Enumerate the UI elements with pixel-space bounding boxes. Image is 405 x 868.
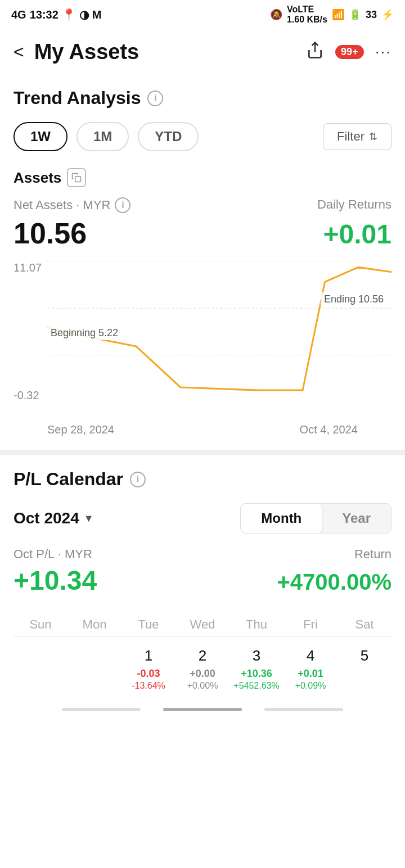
calendar-grid: Sun Mon Tue Wed Thu Fri Sat 1 -0.03 -13.… bbox=[14, 613, 392, 697]
filter-button[interactable]: Filter ⇅ bbox=[323, 123, 392, 150]
dropdown-arrow-icon: ▼ bbox=[84, 513, 94, 525]
trend-chart: 11.07 -0.32 Beginning 5.22 Ending 10.56 bbox=[14, 261, 392, 419]
scroll-indicator-3 bbox=[264, 708, 343, 711]
calendar-weekday-header: Sun Mon Tue Wed Thu Fri Sat bbox=[14, 613, 392, 637]
header-right: 99+ ··· bbox=[306, 41, 392, 63]
bolt-icon: ⚡ bbox=[381, 8, 394, 21]
pl-info-icon[interactable]: i bbox=[130, 472, 146, 487]
net-assets-value: 10.56 bbox=[14, 216, 87, 250]
back-button[interactable]: < bbox=[14, 42, 24, 62]
weekday-tue: Tue bbox=[122, 613, 176, 636]
chart-date-right: Oct 4, 2024 bbox=[300, 423, 358, 436]
weekday-sun: Sun bbox=[14, 613, 68, 636]
pl-values-row: Oct P/L · MYR Return bbox=[14, 547, 392, 562]
page-title: My Assets bbox=[34, 40, 140, 64]
tab-ytd[interactable]: YTD bbox=[138, 122, 199, 151]
more-menu-button[interactable]: ··· bbox=[375, 43, 392, 61]
pl-calendar-section: P/L Calendar i Oct 2024 ▼ Month Year Oct… bbox=[0, 469, 405, 716]
toggle-year-button[interactable]: Year bbox=[322, 504, 391, 533]
svg-rect-1 bbox=[75, 177, 81, 182]
month-selector[interactable]: Oct 2024 ▼ bbox=[14, 509, 94, 527]
status-right: 🔕 VoLTE1.60 KB/s 📶 🔋 33 ⚡ bbox=[270, 4, 394, 25]
weekday-wed: Wed bbox=[176, 613, 230, 636]
pl-return-label: Return bbox=[354, 547, 392, 562]
daily-returns-value: +0.01 bbox=[323, 219, 392, 250]
network-icon: VoLTE1.60 KB/s bbox=[287, 4, 327, 25]
pl-value: +10.34 bbox=[14, 565, 97, 596]
scroll-indicator-2 bbox=[163, 708, 242, 711]
cal-cell-oct-5: 5 bbox=[338, 641, 392, 697]
time-tabs: 1W 1M YTD Filter ⇅ bbox=[14, 122, 392, 151]
status-bar: 4G 13:32 📍 ◑ M 🔕 VoLTE1.60 KB/s 📶 🔋 33 ⚡ bbox=[0, 0, 405, 29]
filter-icon: ⇅ bbox=[369, 130, 377, 143]
pl-month-label: Oct P/L · MYR bbox=[14, 547, 92, 562]
chart-y-max: 11.07 bbox=[14, 261, 42, 274]
daily-returns-label: Daily Returns bbox=[317, 197, 392, 212]
header-left: < My Assets bbox=[14, 40, 139, 64]
net-assets-info-icon[interactable]: i bbox=[115, 197, 130, 213]
battery-level: 33 bbox=[366, 9, 377, 21]
trend-info-icon[interactable]: i bbox=[147, 91, 163, 106]
chart-annotation-beginning: Beginning 5.22 bbox=[47, 326, 122, 340]
page-header: < My Assets 99+ ··· bbox=[0, 29, 405, 74]
cal-cell-oct-1: 1 -0.03 -13.64% bbox=[122, 641, 176, 697]
chart-date-left: Sep 28, 2024 bbox=[47, 423, 114, 436]
pl-numbers-row: +10.34 +4700.00% bbox=[14, 565, 392, 596]
chart-dates: Sep 28, 2024 Oct 4, 2024 bbox=[14, 423, 392, 436]
trend-analysis-section: Trend Analysis i 1W 1M YTD Filter ⇅ Asse… bbox=[0, 74, 405, 436]
weekday-mon: Mon bbox=[68, 613, 122, 636]
net-assets-label: Net Assets · MYR i bbox=[14, 197, 130, 213]
cal-cell-oct-2: 2 +0.00 +0.00% bbox=[176, 641, 230, 697]
calendar-controls: Oct 2024 ▼ Month Year bbox=[14, 503, 392, 534]
wifi-icon: 📶 bbox=[332, 8, 344, 21]
chart-annotation-ending: Ending 10.56 bbox=[321, 292, 387, 306]
values-row: 10.56 +0.01 bbox=[14, 216, 392, 250]
scroll-indicators bbox=[14, 699, 392, 716]
tab-1w[interactable]: 1W bbox=[14, 122, 68, 151]
assets-label: Assets bbox=[14, 168, 392, 187]
view-toggle-group: Month Year bbox=[240, 503, 392, 534]
weekday-sat: Sat bbox=[338, 613, 392, 636]
mail-icon: M bbox=[92, 8, 102, 21]
weekday-thu: Thu bbox=[230, 613, 284, 636]
section-divider bbox=[0, 450, 405, 455]
scroll-indicator-1 bbox=[62, 708, 141, 711]
toggle-month-button[interactable]: Month bbox=[241, 504, 322, 533]
cal-cell-oct-3: 3 +10.36 +5452.63% bbox=[230, 641, 284, 697]
tab-1m[interactable]: 1M bbox=[76, 122, 129, 151]
pin-icon: 📍 bbox=[62, 8, 76, 21]
chart-y-min: -0.32 bbox=[14, 389, 39, 402]
trend-analysis-title: Trend Analysis i bbox=[14, 88, 392, 108]
cal-cell-oct-4: 4 +0.01 +0.09% bbox=[284, 641, 338, 697]
battery-icon: 🔋 bbox=[349, 8, 361, 21]
cal-cell-empty-sun bbox=[14, 641, 68, 697]
status-left: 4G 13:32 📍 ◑ M bbox=[11, 8, 102, 21]
selected-month: Oct 2024 bbox=[14, 509, 79, 527]
cal-cell-empty-mon bbox=[68, 641, 122, 697]
circle-icon: ◑ bbox=[79, 8, 89, 21]
weekday-fri: Fri bbox=[284, 613, 338, 636]
mute-icon: 🔕 bbox=[270, 8, 282, 21]
signal-icon: 4G bbox=[11, 8, 26, 21]
share-icon[interactable] bbox=[306, 41, 324, 63]
pl-return-value: +4700.00% bbox=[277, 569, 392, 595]
pl-calendar-title: P/L Calendar i bbox=[14, 469, 392, 490]
notification-badge[interactable]: 99+ bbox=[335, 45, 364, 59]
copy-icon[interactable] bbox=[67, 168, 86, 187]
time-display: 13:32 bbox=[30, 8, 58, 21]
calendar-row-1: 1 -0.03 -13.64% 2 +0.00 +0.00% 3 +10.36 … bbox=[14, 641, 392, 697]
net-assets-row: Net Assets · MYR i Daily Returns bbox=[14, 197, 392, 213]
